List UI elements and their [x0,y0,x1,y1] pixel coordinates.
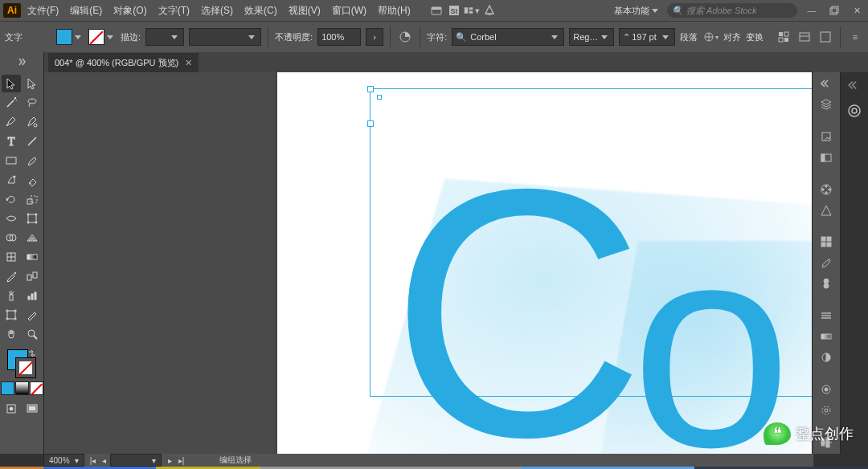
slice-tool[interactable] [23,306,42,324]
pref-icon-1[interactable] [796,29,813,45]
shape-builder-tool[interactable] [2,229,21,247]
swap-fill-stroke-icon[interactable] [28,349,36,357]
prev-artboard-icon[interactable]: ◂ [99,455,110,466]
bridge-icon[interactable] [428,2,444,18]
zoom-field[interactable]: 400%▾ [43,454,84,467]
selection-handle[interactable] [367,86,374,92]
color-guide-panel-icon[interactable] [818,204,834,217]
document-tab[interactable]: 004* @ 400% (RGB/GPU 预览) ✕ [48,53,199,72]
brushes-panel-icon[interactable] [818,256,834,269]
symbol-sprayer-tool[interactable] [2,287,21,304]
isolate-icon[interactable] [776,29,792,45]
toolbox-collapse[interactable] [0,51,44,72]
curvature-tool[interactable] [23,113,42,131]
window-restore-icon[interactable] [826,2,842,18]
gradient-mode[interactable] [15,381,29,395]
font-size-field[interactable]: ⌃197 pt [619,28,675,46]
paragraph-label[interactable]: 段落 [680,31,698,43]
window-close-icon[interactable]: ✕ [849,2,865,18]
menu-window[interactable]: 窗口(W) [327,0,371,21]
workspace-switcher[interactable]: 基本功能 [614,5,661,17]
stock-icon[interactable]: St [446,2,462,18]
menu-help[interactable]: 帮助(H) [373,0,416,21]
stock-search[interactable]: 🔍搜索 Adobe Stock [667,3,797,18]
rectangle-tool[interactable] [2,152,21,169]
canvas-area[interactable]: C o r [44,72,812,454]
perspective-grid-tool[interactable] [23,229,42,247]
panel-collapse-icon[interactable] [818,77,834,90]
first-artboard-icon[interactable]: |◂ [88,455,99,466]
appearance-panel-icon[interactable] [818,383,834,396]
eyedropper-tool[interactable] [2,267,21,285]
paragraph-options-icon[interactable]: ▾ [702,29,719,45]
layers-panel-icon[interactable] [818,98,834,111]
selection-tool[interactable] [2,75,21,92]
column-graph-tool[interactable] [23,287,42,304]
transform-label[interactable]: 变换 [746,31,764,43]
color-panel-icon[interactable] [818,183,834,196]
draw-normal-icon[interactable] [2,400,21,418]
scale-tool[interactable] [23,190,42,208]
type-tool[interactable]: T [2,133,21,150]
rotate-tool[interactable] [2,190,21,208]
align-label[interactable]: 对齐 [723,31,741,43]
artboard-tool[interactable] [2,306,21,324]
panel-menu-icon[interactable]: ≡ [847,29,863,45]
arrange-icon[interactable]: ▾ [464,2,480,18]
font-style-field[interactable]: Reg… [569,28,614,46]
lasso-tool[interactable] [23,94,42,112]
brush-field[interactable] [189,28,261,46]
free-transform-tool[interactable] [23,210,42,227]
menu-effect[interactable]: 效果(C) [240,0,282,21]
artboards-panel-icon[interactable] [818,130,834,143]
anchor-point[interactable] [377,95,382,100]
swatches-panel-icon[interactable] [818,235,834,248]
screen-mode-icon[interactable] [23,400,42,418]
mesh-tool[interactable] [2,248,21,266]
stroke-weight-field[interactable] [145,28,184,46]
hand-tool[interactable] [2,325,21,343]
menu-edit[interactable]: 编辑(E) [65,0,107,21]
gradient-tool[interactable] [23,248,42,266]
opacity-field[interactable]: 100% [317,28,361,46]
panel-expand-icon[interactable] [846,77,862,93]
menu-view[interactable]: 视图(V) [284,0,326,21]
color-mode[interactable] [1,381,14,395]
menu-file[interactable]: 文件(F) [23,0,63,21]
transparency-panel-icon[interactable] [818,351,834,364]
direct-selection-tool[interactable] [23,75,42,92]
selection-handle[interactable] [367,120,374,127]
shaper-tool[interactable] [2,171,21,189]
font-family-field[interactable]: 🔍Corbel [452,28,564,46]
blend-tool[interactable] [23,267,42,285]
artboard-nav-field[interactable]: ▾ [110,454,162,467]
menu-type[interactable]: 文字(T) [154,0,194,21]
zoom-tool[interactable] [23,325,42,343]
graphic-styles-panel-icon[interactable] [818,404,834,417]
last-artboard-icon[interactable]: ▸| [176,455,187,466]
pen-tool[interactable] [2,113,21,131]
line-tool[interactable] [23,133,42,150]
menu-object[interactable]: 对象(O) [108,0,151,21]
paintbrush-tool[interactable] [23,152,42,169]
next-artboard-icon[interactable]: ▸ [165,455,176,466]
symbols-panel-icon[interactable] [818,277,834,290]
libraries-icon[interactable] [846,103,862,119]
fill-swatch[interactable] [56,29,84,45]
gpu-icon[interactable] [481,2,497,18]
gradient-panel-icon[interactable] [818,330,834,343]
window-minimize-icon[interactable]: — [804,2,820,18]
eraser-tool[interactable] [23,171,42,189]
stroke-panel-icon[interactable] [818,309,834,322]
none-mode[interactable] [30,381,43,395]
magic-wand-tool[interactable] [2,94,21,112]
opacity-arrow[interactable]: › [366,28,383,46]
fill-stroke-control[interactable] [7,349,36,378]
width-tool[interactable] [2,210,21,227]
tab-close-icon[interactable]: ✕ [185,58,192,68]
pref-icon-2[interactable] [817,29,833,45]
asset-export-panel-icon[interactable] [818,151,834,164]
menu-select[interactable]: 选择(S) [196,0,238,21]
recolor-icon[interactable] [397,29,413,45]
stroke-swatch[interactable] [88,29,116,45]
